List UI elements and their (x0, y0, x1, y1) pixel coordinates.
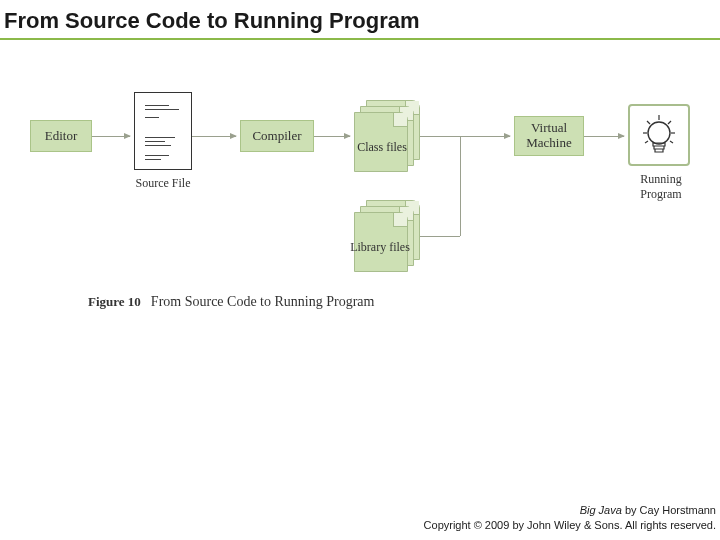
footer-credit: Big Java by Cay Horstmann Copyright © 20… (424, 503, 716, 532)
node-source-file (134, 92, 192, 170)
node-editor: Editor (30, 120, 92, 152)
svg-line-6 (645, 141, 648, 143)
footer-byline: by Cay Horstmann (622, 504, 716, 516)
figure-number: Figure 10 (88, 294, 141, 309)
arrow-source-compiler (192, 136, 236, 137)
footer-book: Big Java (580, 504, 622, 516)
figure-text: From Source Code to Running Program (151, 294, 375, 309)
label-library-files: Library files (348, 240, 412, 255)
svg-line-7 (670, 141, 673, 143)
figure-caption: Figure 10 From Source Code to Running Pr… (88, 292, 374, 310)
connector-class-vm-h1 (420, 136, 460, 137)
label-source-file: Source File (128, 176, 198, 191)
arrow-editor-source (92, 136, 130, 137)
slide-title: From Source Code to Running Program (0, 0, 720, 38)
connector-merge-v (460, 136, 461, 236)
arrow-compiler-classfiles (314, 136, 350, 137)
svg-point-0 (648, 122, 670, 144)
arrow-vm-running (584, 136, 624, 137)
node-virtual-machine: Virtual Machine (514, 116, 584, 156)
svg-line-5 (668, 121, 671, 124)
node-compiler: Compiler (240, 120, 314, 152)
arrow-merge-vm (460, 136, 510, 137)
lightbulb-icon (635, 111, 683, 159)
label-class-files: Class files (350, 140, 414, 155)
footer-copyright: Copyright © 2009 by John Wiley & Sons. A… (424, 518, 716, 532)
svg-line-4 (647, 121, 650, 124)
connector-lib-h (420, 236, 460, 237)
label-running-program: Running Program (622, 172, 700, 202)
node-running-program (628, 104, 690, 166)
diagram-area: Editor Source File Compiler Class files … (0, 40, 720, 280)
